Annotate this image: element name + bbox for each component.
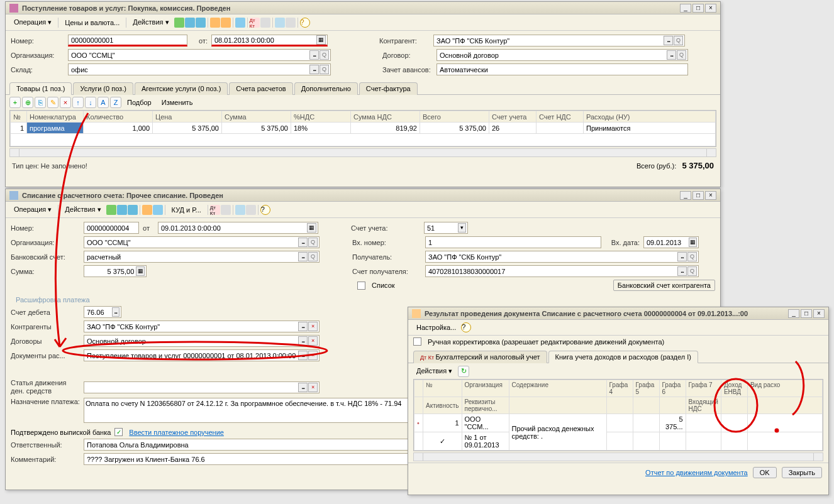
copy-icon[interactable] [128, 205, 138, 215]
col-content[interactable]: Содержание [509, 380, 606, 397]
close-btn[interactable]: × [705, 191, 716, 200]
sum-field[interactable]: ▦ [84, 265, 147, 277]
move-field[interactable]: ...× [84, 381, 320, 393]
minimize-btn[interactable]: _ [788, 309, 799, 318]
clear-icon[interactable]: × [308, 383, 318, 392]
add-icon[interactable]: + [9, 97, 21, 108]
table-row[interactable]: 1 программа 1,000 5 375,00 5 375,00 18% … [11, 123, 716, 134]
docs-field[interactable]: ...× [84, 349, 320, 361]
titlebar[interactable]: Результат проведения документа Списание … [408, 307, 828, 320]
ok-button[interactable]: OK [753, 467, 777, 478]
manual-checkbox[interactable] [413, 337, 421, 346]
select-icon[interactable]: ... [298, 336, 308, 346]
struct-icon[interactable] [260, 18, 270, 28]
select-icon[interactable]: ... [112, 307, 120, 317]
struct-icon[interactable] [221, 205, 231, 215]
col-org[interactable]: Организация [462, 380, 509, 397]
del-icon[interactable]: × [60, 97, 71, 108]
operation-menu[interactable]: Операция ▾ [9, 16, 56, 28]
tab-extra[interactable]: Дополнительно [294, 82, 358, 95]
contract-field[interactable]: ...Q [436, 49, 688, 61]
h-scrollbar[interactable] [413, 452, 823, 461]
report-link[interactable]: Отчет по движениям документа [645, 469, 748, 476]
col-req[interactable]: Реквизиты первично... [462, 397, 509, 414]
help-icon[interactable]: ? [461, 322, 471, 332]
h-scrollbar[interactable] [9, 148, 716, 157]
movements-icon[interactable] [235, 18, 245, 28]
open-icon[interactable]: Q [674, 36, 683, 45]
save-icon[interactable] [106, 205, 116, 215]
number-field[interactable] [68, 35, 187, 47]
sort-up-icon[interactable]: A [97, 97, 109, 108]
col-vatacct[interactable]: Счет НДС [537, 111, 584, 123]
recv-field[interactable]: ...Q [425, 251, 699, 263]
col-activity[interactable]: Активность [423, 397, 462, 414]
minimize-btn[interactable]: _ [680, 4, 691, 13]
prices-btn[interactable]: Цены и валюта... [60, 17, 124, 28]
bank-acct-btn[interactable]: Банковский счет контрагента [613, 280, 715, 291]
comment-field[interactable] [84, 453, 411, 465]
edit-icon[interactable]: ✎ [47, 97, 58, 108]
org-field[interactable]: ...Q [68, 49, 331, 61]
inno-field[interactable] [425, 236, 601, 248]
refresh-icon[interactable]: ↻ [458, 366, 469, 377]
dropdown-icon[interactable]: ▾ [458, 223, 466, 233]
open-icon[interactable]: Q [320, 65, 329, 74]
actions-menu[interactable]: Действия ▾ [412, 365, 457, 377]
col-vat[interactable]: %НДС [291, 111, 351, 123]
titlebar[interactable]: Поступление товаров и услуг: Покупка, ко… [6, 2, 720, 14]
confirm-checkbox[interactable] [114, 428, 123, 436]
select-icon[interactable]: ... [298, 383, 308, 392]
col-exp[interactable]: Вид расхо [747, 380, 822, 397]
deb-field[interactable]: ... [84, 306, 121, 318]
down-icon[interactable]: ↓ [85, 97, 96, 108]
col-total[interactable]: Всего [420, 111, 489, 123]
select-icon[interactable]: ... [667, 50, 676, 60]
help-icon[interactable]: ? [300, 18, 310, 28]
post-icon[interactable] [210, 18, 220, 28]
minimize-btn[interactable]: _ [680, 191, 691, 200]
pp-link[interactable]: Ввести платежное поручение [129, 429, 224, 436]
clear-icon[interactable]: × [308, 351, 318, 360]
unpost-icon[interactable] [221, 18, 231, 28]
indate-field[interactable]: ▦ [643, 236, 699, 248]
tab-invoice[interactable]: Счет-фактура [359, 82, 418, 95]
print-icon[interactable] [235, 205, 245, 215]
close-btn[interactable]: × [813, 309, 825, 318]
titlebar[interactable]: Списание с расчетного счета: Прочее спис… [6, 189, 720, 202]
tab-services[interactable]: Услуги (0 поз.) [73, 82, 133, 95]
col-n[interactable]: № [11, 111, 27, 123]
save-icon[interactable] [174, 18, 184, 28]
clear-icon[interactable]: × [308, 336, 318, 346]
tab-accounts[interactable]: Счета расчетов [229, 82, 292, 95]
open-icon[interactable]: Q [687, 266, 697, 276]
calendar-icon[interactable]: ▦ [689, 238, 697, 247]
col-price[interactable]: Цена [153, 111, 222, 123]
calendar-icon[interactable]: ▦ [307, 223, 316, 233]
goods-grid[interactable]: № Номенклатура Количество Цена Сумма %НД… [9, 110, 716, 147]
date-field[interactable]: ▦ [211, 35, 328, 47]
calendar-icon[interactable]: ▦ [316, 35, 326, 45]
up-icon[interactable]: ↑ [72, 97, 84, 108]
select-icon[interactable]: ... [298, 252, 308, 261]
open-icon[interactable]: Q [308, 252, 318, 261]
close-button[interactable]: Закрыть [782, 467, 822, 478]
dog-field[interactable]: ...× [84, 335, 320, 347]
maximize-btn[interactable]: □ [692, 4, 704, 13]
select-icon[interactable]: ... [298, 351, 308, 360]
actions-menu[interactable]: Действия ▾ [60, 204, 105, 216]
col-nom[interactable]: Номенклатура [27, 111, 84, 123]
tab-kudir[interactable]: Книга учета доходов и расходов (раздел I… [548, 351, 698, 363]
contragent-field[interactable]: ...Q [433, 35, 685, 47]
select-icon[interactable]: ... [309, 50, 319, 60]
help-icon[interactable]: ? [260, 205, 270, 215]
result-grid[interactable]: № Организация Содержание Графа 4 Графа 5… [413, 379, 823, 451]
open-icon[interactable]: Q [677, 50, 686, 60]
col-envd[interactable]: Доход ЕНВД [721, 380, 747, 397]
refresh-icon[interactable] [117, 205, 127, 215]
select-icon[interactable]: ... [677, 266, 687, 276]
maximize-btn[interactable]: □ [801, 309, 812, 318]
table-row[interactable]: ✓ № 1 от 09.01.2013 [414, 432, 823, 451]
acct-field[interactable]: ▾ [424, 222, 468, 234]
number-field[interactable] [84, 222, 139, 234]
